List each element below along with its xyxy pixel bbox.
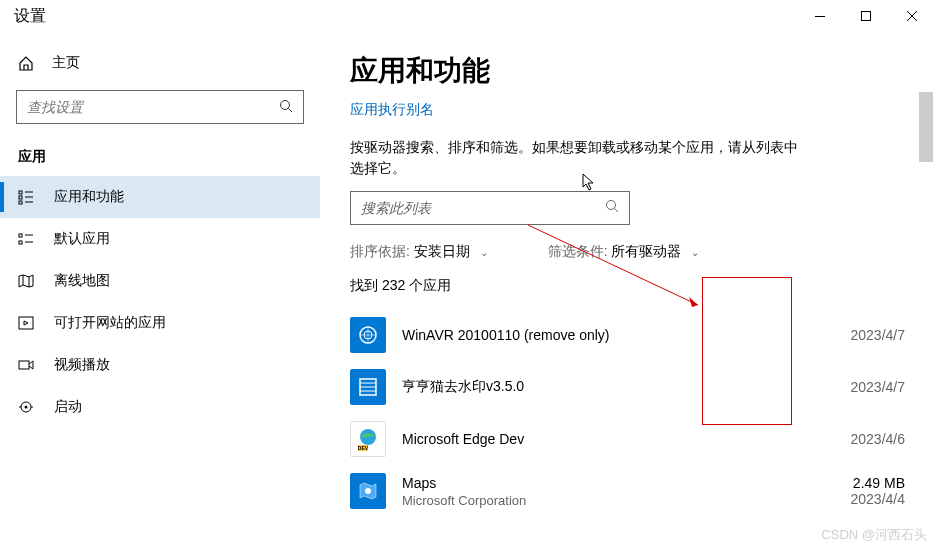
app-name: Maps bbox=[402, 475, 809, 491]
defaults-icon bbox=[18, 231, 34, 247]
app-item[interactable]: 亨亨猫去水印v3.5.0 2023/4/7 bbox=[350, 361, 905, 413]
sidebar: 主页 应用 应用和功能 默认应用 bbox=[0, 32, 320, 550]
filter-label: 筛选条件: bbox=[548, 243, 608, 259]
svg-rect-5 bbox=[19, 201, 22, 204]
titlebar-controls bbox=[797, 0, 935, 32]
svg-rect-0 bbox=[815, 16, 825, 17]
svg-rect-9 bbox=[19, 361, 29, 369]
app-count: 找到 232 个应用 bbox=[350, 277, 905, 295]
app-date: 2023/4/7 bbox=[825, 379, 905, 395]
svg-rect-1 bbox=[862, 12, 871, 21]
app-icon: DEV bbox=[350, 421, 386, 457]
app-name: WinAVR 20100110 (remove only) bbox=[402, 327, 809, 343]
home-link[interactable]: 主页 bbox=[0, 44, 320, 82]
home-label: 主页 bbox=[52, 54, 80, 72]
svg-point-12 bbox=[607, 201, 616, 210]
list-search-input[interactable] bbox=[361, 200, 605, 216]
app-meta: 2023/4/7 bbox=[825, 379, 905, 395]
svg-rect-3 bbox=[19, 191, 22, 194]
app-info: Maps Microsoft Corporation bbox=[402, 475, 809, 508]
svg-point-11 bbox=[25, 406, 28, 409]
app-name: 亨亨猫去水印v3.5.0 bbox=[402, 378, 809, 396]
svg-rect-6 bbox=[19, 234, 22, 237]
nav-offline-maps[interactable]: 离线地图 bbox=[0, 260, 320, 302]
nav-startup[interactable]: 启动 bbox=[0, 386, 320, 428]
page-title: 应用和功能 bbox=[350, 52, 905, 90]
app-icon bbox=[350, 369, 386, 405]
sort-label: 排序依据: bbox=[350, 243, 410, 259]
app-list: WinAVR 20100110 (remove only) 2023/4/7 亨… bbox=[350, 309, 905, 517]
app-date: 2023/4/4 bbox=[825, 491, 905, 507]
app-info: WinAVR 20100110 (remove only) bbox=[402, 327, 809, 343]
home-icon bbox=[18, 55, 34, 71]
website-icon bbox=[18, 315, 34, 331]
filters: 排序依据: 安装日期 ⌄ 筛选条件: 所有驱动器 ⌄ bbox=[350, 243, 905, 261]
app-meta: 2023/4/7 bbox=[825, 327, 905, 343]
svg-point-19 bbox=[365, 488, 371, 494]
filter-value: 所有驱动器 bbox=[611, 243, 681, 259]
map-icon bbox=[18, 273, 34, 289]
app-info: Microsoft Edge Dev bbox=[402, 431, 809, 447]
sidebar-search-input[interactable] bbox=[27, 99, 279, 115]
list-icon bbox=[18, 189, 34, 205]
nav-label: 默认应用 bbox=[54, 230, 110, 248]
nav-website-apps[interactable]: 可打开网站的应用 bbox=[0, 302, 320, 344]
sidebar-search[interactable] bbox=[16, 90, 304, 124]
app-item[interactable]: Maps Microsoft Corporation 2.49 MB 2023/… bbox=[350, 465, 905, 517]
nav-label: 启动 bbox=[54, 398, 82, 416]
nav-video-playback[interactable]: 视频播放 bbox=[0, 344, 320, 386]
nav-apps-features[interactable]: 应用和功能 bbox=[0, 176, 320, 218]
video-icon bbox=[18, 357, 34, 373]
app-item[interactable]: DEV Microsoft Edge Dev 2023/4/6 bbox=[350, 413, 905, 465]
app-size: 2.49 MB bbox=[825, 475, 905, 491]
minimize-button[interactable] bbox=[797, 0, 843, 32]
sort-dropdown[interactable]: 排序依据: 安装日期 ⌄ bbox=[350, 243, 488, 261]
svg-rect-8 bbox=[19, 317, 33, 329]
titlebar: 设置 bbox=[0, 0, 935, 32]
svg-text:DEV: DEV bbox=[358, 445, 369, 451]
section-header: 应用 bbox=[0, 142, 320, 176]
startup-icon bbox=[18, 399, 34, 415]
app-icon bbox=[350, 317, 386, 353]
chevron-down-icon: ⌄ bbox=[480, 247, 488, 258]
list-search[interactable] bbox=[350, 191, 630, 225]
app-item[interactable]: WinAVR 20100110 (remove only) 2023/4/7 bbox=[350, 309, 905, 361]
nav-default-apps[interactable]: 默认应用 bbox=[0, 218, 320, 260]
main-container: 主页 应用 应用和功能 默认应用 bbox=[0, 32, 935, 550]
nav-label: 视频播放 bbox=[54, 356, 110, 374]
app-date: 2023/4/6 bbox=[825, 431, 905, 447]
svg-rect-4 bbox=[19, 196, 22, 199]
svg-point-2 bbox=[281, 100, 290, 109]
chevron-down-icon: ⌄ bbox=[691, 247, 699, 258]
watermark: CSDN @河西石头 bbox=[821, 526, 927, 544]
nav-label: 离线地图 bbox=[54, 272, 110, 290]
app-meta: 2.49 MB 2023/4/4 bbox=[825, 475, 905, 507]
app-publisher: Microsoft Corporation bbox=[402, 493, 809, 508]
window-title: 设置 bbox=[14, 6, 46, 27]
content: 应用和功能 应用执行别名 按驱动器搜索、排序和筛选。如果想要卸载或移动某个应用，… bbox=[320, 32, 935, 550]
app-info: 亨亨猫去水印v3.5.0 bbox=[402, 378, 809, 396]
app-meta: 2023/4/6 bbox=[825, 431, 905, 447]
nav-label: 应用和功能 bbox=[54, 188, 124, 206]
app-icon bbox=[350, 473, 386, 509]
sort-value: 安装日期 bbox=[414, 243, 470, 259]
search-icon bbox=[605, 199, 619, 217]
scrollbar[interactable] bbox=[919, 92, 933, 162]
description: 按驱动器搜索、排序和筛选。如果想要卸载或移动某个应用，请从列表中选择它。 bbox=[350, 137, 810, 179]
close-button[interactable] bbox=[889, 0, 935, 32]
app-name: Microsoft Edge Dev bbox=[402, 431, 809, 447]
filter-dropdown[interactable]: 筛选条件: 所有驱动器 ⌄ bbox=[548, 243, 700, 261]
svg-rect-7 bbox=[19, 241, 22, 244]
search-icon bbox=[279, 99, 293, 116]
app-date: 2023/4/7 bbox=[825, 327, 905, 343]
app-aliases-link[interactable]: 应用执行别名 bbox=[350, 101, 434, 119]
nav-label: 可打开网站的应用 bbox=[54, 314, 166, 332]
maximize-button[interactable] bbox=[843, 0, 889, 32]
